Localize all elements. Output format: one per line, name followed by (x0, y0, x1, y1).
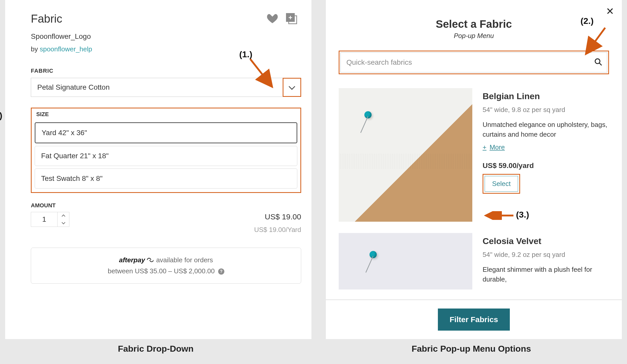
size-block: SIZE Yard 42" x 36" Fat Quarter 21" x 18… (31, 108, 301, 193)
add-to-collection-icon[interactable]: + (287, 14, 297, 24)
plus-icon: + (483, 143, 486, 151)
search-highlight (339, 51, 609, 74)
afterpay-text1: available for orders (154, 256, 213, 264)
fabric-select-value: Petal Signature Cotton (31, 78, 283, 97)
annotation-4: (4.) (0, 110, 2, 120)
favorite-icon[interactable] (267, 13, 278, 25)
chevron-up-icon (61, 214, 65, 218)
design-name: Spoonflower_Logo (31, 32, 301, 41)
fabric-swatch-image (339, 88, 472, 222)
fabric-select[interactable]: Petal Signature Cotton (31, 78, 301, 97)
afterpay-icon (146, 257, 153, 265)
fabric-popup-panel: ✕ Select a Fabric Pop-up Menu Belgian Li… (326, 0, 622, 339)
chevron-down-icon (61, 221, 65, 224)
fabric-description: Elegant shimmer with a plush feel for du… (483, 265, 609, 284)
byline: by spoonflower_help (31, 45, 301, 53)
popup-subtitle: Pop-up Menu (339, 32, 609, 40)
afterpay-logo: afterpay (119, 256, 145, 264)
close-icon[interactable]: ✕ (606, 6, 614, 17)
fabric-label: FABRIC (31, 68, 301, 74)
fabric-name: Celosia Velvet (483, 236, 609, 246)
chevron-down-icon (289, 83, 295, 90)
more-link[interactable]: +More (483, 143, 609, 151)
fabric-description: Unmatched elegance on upholstery, bags, … (483, 120, 609, 139)
quantity-down[interactable] (58, 219, 69, 227)
fabric-item: Belgian Linen 54" wide, 9.8 oz per sq ya… (339, 88, 609, 222)
filter-fabrics-button[interactable]: Filter Fabrics (438, 309, 510, 331)
size-option-swatch[interactable]: Test Swatch 8" x 8" (35, 169, 297, 189)
left-caption: Fabric Drop-Down (5, 344, 306, 354)
fabric-price: US$ 59.00/yard (483, 162, 609, 170)
select-fabric-button[interactable]: Select (485, 176, 518, 192)
info-icon[interactable]: ? (218, 268, 224, 275)
quantity-up[interactable] (58, 212, 69, 219)
popup-title: Select a Fabric (339, 18, 609, 30)
fabric-spec: 54" wide, 9.2 oz per sq yard (483, 251, 609, 259)
product-title: Fabric (31, 12, 301, 25)
by-prefix: by (31, 45, 40, 53)
designer-link[interactable]: spoonflower_help (40, 45, 92, 53)
size-label: SIZE (35, 110, 297, 120)
fabric-swatch-image (339, 233, 472, 290)
fabric-dropdown-panel: + Fabric Spoonflower_Logo by spoonflower… (5, 0, 311, 339)
more-label: More (490, 143, 505, 151)
right-caption: Fabric Pop-up Menu Options (321, 344, 622, 354)
fabric-select-chevron-box[interactable] (283, 78, 301, 97)
afterpay-text2: between US$ 35.00 – US$ 2,000.00 (108, 267, 217, 275)
amount-label: AMOUNT (31, 202, 69, 209)
fabric-name: Belgian Linen (483, 91, 609, 101)
search-icon[interactable] (594, 58, 602, 67)
afterpay-info: afterpay available for orders between US… (31, 248, 301, 284)
fabric-spec: 54" wide, 9.8 oz per sq yard (483, 106, 609, 114)
fabric-search-input[interactable] (345, 53, 594, 72)
quantity-stepper[interactable]: 1 (31, 212, 69, 227)
size-option-yard[interactable]: Yard 42" x 36" (35, 122, 297, 143)
popup-footer: Filter Fabrics (326, 300, 622, 339)
svg-line-1 (599, 63, 602, 65)
price-per-unit: US$ 19.00/Yard (254, 226, 301, 234)
svg-point-0 (595, 59, 600, 64)
fabric-item: Celosia Velvet 54" wide, 9.2 oz per sq y… (339, 233, 609, 290)
price: US$ 19.00 (254, 212, 301, 221)
quantity-value: 1 (31, 212, 57, 227)
select-highlight: Select (483, 174, 520, 194)
size-option-fatquarter[interactable]: Fat Quarter 21" x 18" (35, 146, 297, 166)
